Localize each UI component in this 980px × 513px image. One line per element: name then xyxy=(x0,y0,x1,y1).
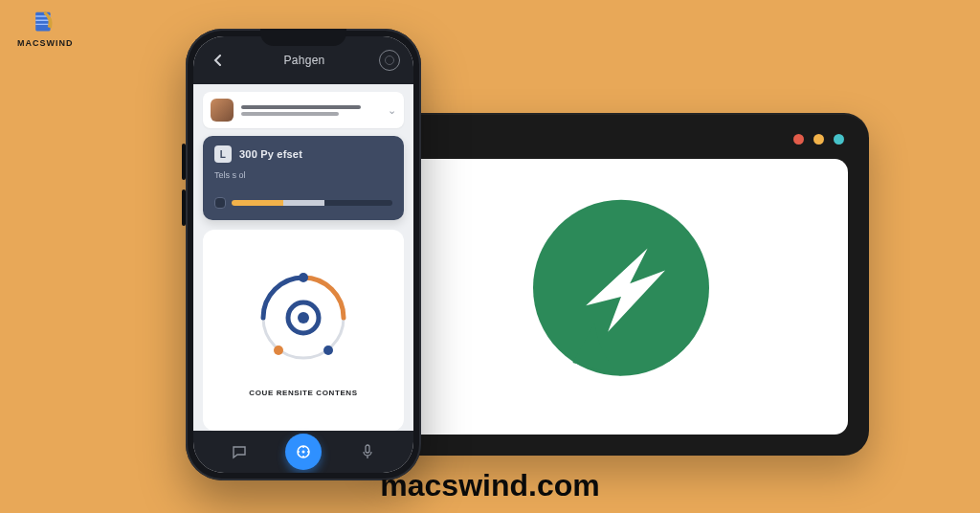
contact-text xyxy=(241,102,380,119)
chevron-down-icon: ⌄ xyxy=(388,104,396,117)
gauge-icon xyxy=(246,260,361,375)
svg-point-6 xyxy=(323,346,333,355)
chevron-left-icon xyxy=(213,55,223,66)
progress-bar[interactable] xyxy=(214,197,392,209)
contact-row[interactable]: ⌄ xyxy=(203,92,404,128)
card-subtitle: Tels s ol xyxy=(214,170,392,180)
card-title: 300 Py efset xyxy=(239,148,302,160)
window-expand-dot[interactable] xyxy=(834,134,844,145)
nav-mic-button[interactable] xyxy=(354,438,381,465)
grid-icon xyxy=(295,443,312,460)
progress-track xyxy=(232,200,392,206)
nav-chat-button[interactable] xyxy=(226,438,253,465)
window-minimize-dot[interactable] xyxy=(813,134,824,145)
gauge-card: COUE RENSITE CONTENS xyxy=(203,230,404,431)
phone-notch xyxy=(260,29,346,46)
svg-point-4 xyxy=(298,312,309,323)
nav-primary-button[interactable] xyxy=(285,434,322,470)
svg-point-7 xyxy=(274,346,283,355)
progress-filled xyxy=(232,200,283,206)
tablet-window-controls xyxy=(793,134,844,145)
window-close-dot[interactable] xyxy=(793,134,804,145)
gauge-label: COUE RENSITE CONTENS xyxy=(249,389,357,397)
caption-text: macswind.com xyxy=(0,468,980,503)
back-button[interactable] xyxy=(207,49,230,72)
card-badge: L xyxy=(214,145,232,163)
volume-down-button[interactable] xyxy=(182,190,186,226)
tablet-device xyxy=(373,113,869,456)
chat-icon xyxy=(232,444,247,459)
svg-point-5 xyxy=(299,273,308,282)
brand-logo: MACSWIND xyxy=(17,10,74,48)
contact-line-2 xyxy=(241,112,339,116)
brand-label: MACSWIND xyxy=(17,38,74,48)
brand-mark-icon xyxy=(32,10,58,36)
progress-card[interactable]: L 300 Py efset Tels s ol xyxy=(203,136,404,220)
phone-body: ⌄ L 300 Py efset Tels s ol xyxy=(193,84,413,431)
page-title: Pahgen xyxy=(283,54,324,67)
progress-handle-icon[interactable] xyxy=(214,197,226,209)
contact-line-1 xyxy=(241,105,361,109)
avatar xyxy=(211,99,234,122)
messaging-app-icon xyxy=(511,187,731,407)
header-action-button[interactable] xyxy=(379,50,400,71)
tablet-screen xyxy=(394,159,848,435)
svg-rect-10 xyxy=(366,445,369,453)
phone-bottom-nav xyxy=(193,431,413,473)
progress-buffer xyxy=(283,200,325,206)
phone-device: Pahgen ⌄ L 300 Py efset Tels s ol xyxy=(186,29,421,480)
mic-icon xyxy=(361,444,374,459)
volume-up-button[interactable] xyxy=(182,144,186,180)
phone-screen: Pahgen ⌄ L 300 Py efset Tels s ol xyxy=(193,36,413,473)
svg-point-9 xyxy=(302,451,305,454)
